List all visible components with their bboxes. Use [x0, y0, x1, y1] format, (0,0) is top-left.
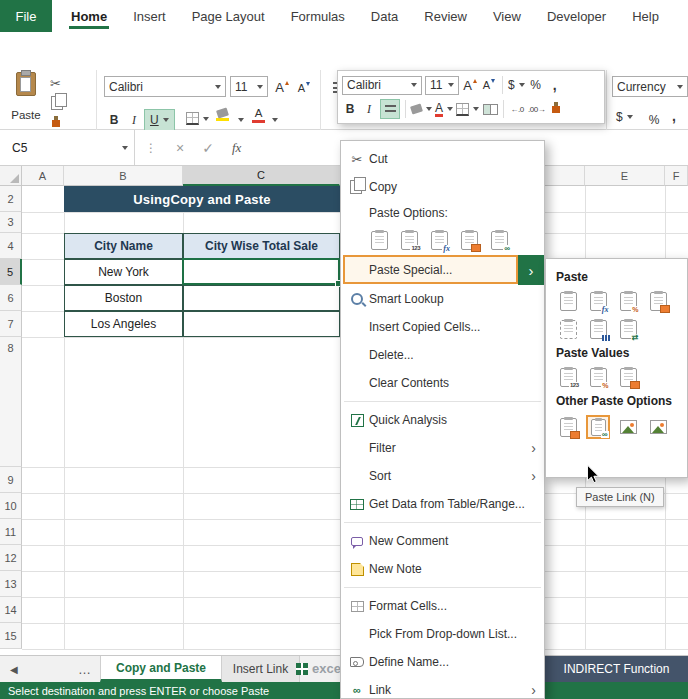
menu-item-quick-analysis[interactable]: Quick Analysis [341, 406, 544, 434]
linked-picture-icon[interactable] [646, 415, 670, 439]
decrease-font-size-button[interactable]: A [296, 78, 312, 98]
table-header-city-sale[interactable]: City Wise Total Sale [183, 233, 340, 259]
paste-link-icon[interactable]: ∞ [588, 417, 608, 437]
formatting-icon[interactable] [556, 415, 580, 439]
cell-c5[interactable] [183, 259, 340, 285]
italic-button[interactable]: I [126, 110, 142, 130]
sheet-tab-indirect-function[interactable]: INDIRECT Function [545, 656, 688, 682]
insert-function-icon[interactable]: fx [232, 140, 241, 156]
paste-icon[interactable] [556, 289, 580, 313]
tab-insert[interactable]: Insert [120, 0, 179, 32]
menu-item-insert-copied-cells[interactable]: Insert Copied Cells... [341, 313, 544, 341]
tab-review[interactable]: Review [411, 0, 480, 32]
menu-item-copy[interactable]: Copy [341, 173, 544, 201]
tab-page-layout[interactable]: Page Layout [179, 0, 278, 32]
copy-button[interactable] [54, 94, 88, 112]
menu-item-pick-from-dropdown-list[interactable]: Pick From Drop-down List... [341, 620, 544, 648]
mini-merge-button[interactable] [482, 99, 498, 119]
mini-font-size-combo[interactable]: 11 [425, 76, 459, 95]
column-header-b[interactable]: B [64, 166, 183, 186]
menu-item-smart-lookup[interactable]: Smart Lookup [341, 285, 544, 313]
cell-c7[interactable] [183, 311, 340, 337]
mini-decrease-decimal-button[interactable]: .00→ [528, 99, 545, 119]
mini-font-name-combo[interactable]: Calibri [342, 76, 422, 95]
mini-decrease-font-button[interactable]: A [481, 75, 497, 95]
menu-item-define-name[interactable]: Define Name... [341, 648, 544, 676]
menu-item-new-comment[interactable]: New Comment [341, 527, 544, 555]
column-header-c[interactable]: C [183, 166, 340, 186]
cut-button[interactable]: ✂ [50, 74, 84, 92]
row-header-6[interactable]: 6 [0, 285, 22, 311]
bold-button[interactable]: B [106, 110, 122, 130]
row-header-13[interactable]: 13 [0, 571, 22, 597]
menu-item-clear-contents[interactable]: Clear Contents [341, 369, 544, 397]
row-header-3[interactable]: 3 [0, 212, 22, 233]
dropdown-caret-icon[interactable] [272, 118, 278, 122]
menu-item-delete[interactable]: Delete... [341, 341, 544, 369]
mini-increase-font-button[interactable]: A [462, 75, 478, 95]
values-icon[interactable]: 123 [556, 365, 580, 389]
menu-item-filter[interactable]: Filter › [341, 434, 544, 462]
row-header-15[interactable]: 15 [0, 623, 22, 649]
transpose-icon[interactable]: ⇄ [616, 317, 640, 341]
paste-formatting-icon[interactable] [461, 231, 478, 250]
menu-item-format-cells[interactable]: Format Cells... [341, 592, 544, 620]
mini-accounting-button[interactable]: $ [508, 75, 525, 95]
menu-item-paste-special[interactable]: Paste Special... [343, 255, 518, 284]
cell-b7[interactable]: Los Angeles [64, 311, 183, 337]
mini-increase-decimal-button[interactable]: ←.0 [509, 99, 525, 119]
mini-italic-button[interactable]: I [361, 99, 377, 119]
font-color-button[interactable]: A [252, 107, 265, 123]
tab-data[interactable]: Data [358, 0, 411, 32]
tab-developer[interactable]: Developer [534, 0, 619, 32]
number-format-combo[interactable]: Currency [612, 76, 688, 97]
row-header-11[interactable]: 11 [0, 519, 22, 545]
tab-help[interactable]: Help [619, 0, 672, 32]
font-name-combo[interactable]: Calibri [104, 76, 226, 97]
row-header-7[interactable]: 7 [0, 311, 22, 337]
tab-view[interactable]: View [480, 0, 534, 32]
percent-style-button[interactable]: % [646, 110, 662, 130]
row-header-4[interactable]: 4 [0, 233, 22, 259]
name-box[interactable]: C5 [0, 130, 135, 165]
menu-item-cut[interactable]: ✂ Cut [341, 145, 544, 173]
row-header-5[interactable]: 5 [0, 259, 22, 285]
formula-bar-resize-handle[interactable]: ⋮ [145, 141, 157, 155]
title-banner-cell[interactable]: UsingCopy and Paste [64, 186, 340, 212]
column-header-a[interactable]: A [22, 166, 64, 186]
mini-percent-button[interactable]: % [528, 75, 544, 95]
sheet-tab-overflow-icon[interactable]: … [78, 656, 91, 682]
table-header-city-name[interactable]: City Name [64, 233, 183, 259]
tab-file[interactable]: File [0, 0, 52, 32]
mini-font-color-button[interactable]: A [435, 99, 453, 119]
menu-item-new-note[interactable]: New Note [341, 555, 544, 583]
menu-item-get-data-from-table[interactable]: Get Data from Table/Range... [341, 490, 544, 518]
paste-icon[interactable] [371, 231, 388, 250]
menu-item-link[interactable]: ∞ Link › [341, 676, 544, 699]
tab-home[interactable]: Home [58, 0, 120, 32]
enter-icon[interactable]: ✓ [202, 140, 214, 156]
row-header-14[interactable]: 14 [0, 597, 22, 623]
formulas-number-formatting-icon[interactable]: % [616, 289, 640, 313]
select-all-button[interactable] [0, 166, 22, 186]
no-borders-icon[interactable] [556, 317, 580, 341]
mini-bold-button[interactable]: B [342, 99, 358, 119]
cell-b6[interactable]: Boston [64, 285, 183, 311]
paste-formulas-icon[interactable]: fx [431, 231, 448, 250]
dropdown-caret-icon[interactable] [238, 118, 244, 122]
accounting-format-button[interactable]: $ [616, 110, 633, 124]
comma-style-button[interactable]: , [666, 106, 682, 126]
column-header-e[interactable]: E [585, 166, 665, 186]
mini-center-align-button[interactable] [380, 99, 400, 119]
mini-fill-color-button[interactable] [411, 99, 432, 119]
tab-formulas[interactable]: Formulas [278, 0, 358, 32]
paste-link-icon[interactable]: ∞ [491, 231, 508, 250]
cancel-icon[interactable]: × [176, 140, 184, 156]
cell-c6[interactable] [183, 285, 340, 311]
paste-special-expand-button[interactable]: › [518, 255, 544, 285]
menu-item-sort[interactable]: Sort › [341, 462, 544, 490]
picture-icon[interactable] [616, 415, 640, 439]
paste-formulas-icon[interactable]: fx [586, 289, 610, 313]
values-number-formatting-icon[interactable]: % [586, 365, 610, 389]
sheet-tab-insert-link[interactable]: Insert Link [222, 656, 300, 682]
